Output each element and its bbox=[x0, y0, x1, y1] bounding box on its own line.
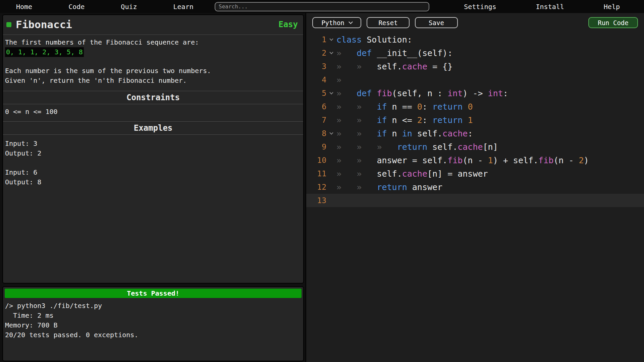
code-token: (n - bbox=[463, 156, 488, 165]
code-token: return bbox=[432, 115, 463, 125]
code-token: if bbox=[377, 115, 387, 125]
code-line[interactable]: 5» def fib(self, n : int) -> int: bbox=[306, 86, 644, 100]
terminal-line: Time: 2 ms bbox=[5, 311, 301, 320]
example-output: Output: 2 bbox=[5, 148, 301, 158]
indent-guide-icon: » » bbox=[336, 182, 377, 192]
nav-item-home[interactable]: Home bbox=[16, 3, 32, 11]
code-token: int bbox=[447, 88, 463, 98]
code-line[interactable]: 6» » if n == 0: return 0 bbox=[306, 100, 644, 113]
code-token: __init__(self): bbox=[372, 48, 452, 58]
indent-guide-icon: » » bbox=[336, 115, 377, 125]
code-token: [n] = answer bbox=[427, 169, 488, 179]
fold-chevron-icon[interactable] bbox=[326, 39, 336, 40]
code-token: return bbox=[432, 102, 463, 112]
code-token: : bbox=[422, 102, 432, 112]
code-text: » » self.cache = {} bbox=[336, 62, 452, 71]
code-line[interactable]: 11» » self.cache[n] = answer bbox=[306, 167, 644, 180]
nav-right-group: Settings Install Help bbox=[464, 3, 644, 11]
code-token bbox=[372, 88, 377, 98]
nav-item-install[interactable]: Install bbox=[536, 3, 564, 11]
code-line[interactable]: 12» » return answer bbox=[306, 180, 644, 194]
code-token: (n - bbox=[553, 156, 579, 165]
constraints-body: 0 <= n <= 100 bbox=[3, 104, 303, 117]
code-token: self. bbox=[427, 142, 458, 152]
code-token: int bbox=[488, 88, 503, 98]
code-line[interactable]: 2» def __init__(self): bbox=[306, 46, 644, 60]
fold-chevron-icon[interactable] bbox=[326, 93, 336, 94]
code-token: 0 bbox=[417, 102, 422, 112]
code-token bbox=[463, 102, 468, 112]
test-output-terminal: /> python3 ./fib/test.py Time: 2 ms Memo… bbox=[3, 300, 303, 341]
terminal-line: Memory: 700 B bbox=[5, 320, 301, 330]
code-token: answer bbox=[407, 182, 442, 192]
code-token: n bbox=[387, 129, 402, 138]
examples-header: Examples bbox=[3, 121, 303, 135]
code-text: » » answer = self.fib(n - 1) + self.fib(… bbox=[336, 156, 589, 165]
language-select[interactable]: Python bbox=[312, 17, 361, 28]
code-token: if bbox=[377, 102, 387, 112]
top-nav: Home Code Quiz Learn Settings Install He… bbox=[0, 0, 644, 13]
problem-description: The first numbers of the Fibonacci seque… bbox=[3, 35, 303, 86]
code-token: if bbox=[377, 129, 387, 138]
terminal-line: 20/20 tests passed. 0 exceptions. bbox=[5, 330, 301, 340]
indent-guide-icon: » » » bbox=[336, 142, 397, 152]
code-token: 1 bbox=[488, 156, 493, 165]
nav-item-quiz[interactable]: Quiz bbox=[121, 3, 137, 11]
nav-item-help[interactable]: Help bbox=[604, 3, 620, 11]
code-line[interactable]: 1class Solution: bbox=[306, 33, 644, 46]
code-line[interactable]: 10» » answer = self.fib(n - 1) + self.fi… bbox=[306, 154, 644, 167]
tests-passed-banner: Tests Passed! bbox=[5, 289, 302, 298]
language-select-value: Python bbox=[321, 19, 344, 26]
run-code-button[interactable]: Run Code bbox=[588, 17, 638, 28]
examples-body: Input: 3 Output: 2 Input: 6 Output: 8 bbox=[3, 135, 303, 187]
code-line-current[interactable]: 13 bbox=[306, 194, 644, 207]
reset-button[interactable]: Reset bbox=[367, 17, 410, 28]
code-token: class bbox=[336, 35, 362, 45]
line-number: 9 bbox=[306, 142, 326, 151]
indent-guide-icon: » bbox=[336, 75, 357, 85]
code-token: return bbox=[377, 182, 407, 192]
left-column: Fibonacci Easy The first numbers of the … bbox=[0, 13, 305, 362]
code-token: fib bbox=[538, 156, 553, 165]
nav-item-learn[interactable]: Learn bbox=[173, 3, 194, 11]
code-text: » bbox=[336, 75, 357, 85]
code-line[interactable]: 9» » » return self.cache[n] bbox=[306, 140, 644, 154]
code-line[interactable]: 4» bbox=[306, 73, 644, 86]
code-text: » » return answer bbox=[336, 182, 442, 192]
main-split: Fibonacci Easy The first numbers of the … bbox=[0, 13, 644, 362]
example-output: Output: 8 bbox=[5, 177, 301, 187]
nav-item-code[interactable]: Code bbox=[68, 3, 85, 11]
code-editor[interactable]: 1class Solution:2» def __init__(self):3»… bbox=[306, 31, 644, 362]
nav-item-settings[interactable]: Settings bbox=[464, 3, 496, 11]
code-line[interactable]: 3» » self.cache = {} bbox=[306, 60, 644, 73]
code-text: » def __init__(self): bbox=[336, 48, 452, 58]
code-token: : bbox=[468, 129, 473, 138]
line-number: 3 bbox=[306, 62, 326, 71]
indent-guide-icon: » » bbox=[336, 62, 377, 71]
nav-left-group: Home Code Quiz Learn bbox=[0, 3, 194, 11]
code-line[interactable]: 8» » if n in self.cache: bbox=[306, 127, 644, 140]
fold-chevron-icon[interactable] bbox=[326, 133, 336, 134]
line-number: 13 bbox=[306, 196, 326, 205]
sequence-line: 0, 1, 1, 2, 3, 5, 8 bbox=[5, 47, 301, 57]
tests-panel: Tests Passed! /> python3 ./fib/test.py T… bbox=[2, 286, 304, 361]
code-token: ) bbox=[584, 156, 589, 165]
fold-chevron-icon[interactable] bbox=[326, 52, 336, 54]
code-token: fib bbox=[447, 156, 463, 165]
save-button[interactable]: Save bbox=[415, 17, 458, 28]
chevron-down-icon bbox=[348, 20, 353, 24]
code-token: self. bbox=[412, 129, 442, 138]
indent-guide-icon: » » bbox=[336, 169, 377, 179]
code-token: cache bbox=[402, 62, 427, 71]
code-token: def bbox=[357, 48, 372, 58]
code-token: : bbox=[422, 115, 432, 125]
indent-guide-icon: » » bbox=[336, 129, 377, 138]
code-line[interactable]: 7» » if n <= 2: return 1 bbox=[306, 113, 644, 127]
search-input[interactable] bbox=[215, 2, 429, 11]
code-token: 2 bbox=[417, 115, 422, 125]
code-token: self. bbox=[377, 62, 402, 71]
sequence-highlight: 0, 1, 1, 2, 3, 5, 8 bbox=[5, 47, 84, 57]
code-token: Solution: bbox=[362, 35, 412, 45]
code-text: » » if n <= 2: return 1 bbox=[336, 115, 473, 125]
editor-column: Python Reset Save Run Code 1class Soluti… bbox=[305, 13, 644, 362]
